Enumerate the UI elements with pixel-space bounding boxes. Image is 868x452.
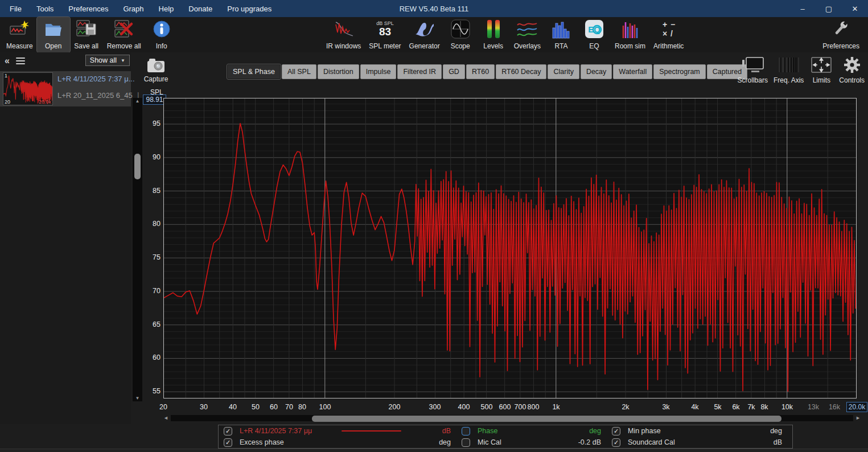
x-tick-80: 80 xyxy=(298,403,306,411)
controls-button[interactable]: Controls xyxy=(836,55,867,84)
x-tick-16k: 16k xyxy=(829,403,840,411)
scope-icon xyxy=(450,19,471,39)
spl-meter-readout: dB SPL83 xyxy=(376,19,394,39)
menu-item-graph[interactable]: Graph xyxy=(117,2,150,15)
x-tick-20: 20 xyxy=(159,403,167,411)
measurement-item-1[interactable]: L+R 4/11/2025 7:37 μ... xyxy=(57,75,142,83)
y-tick-55: 55 xyxy=(142,387,161,395)
mic-cal-checkbox[interactable] xyxy=(462,438,470,447)
tab-clarity[interactable]: Clarity xyxy=(548,64,579,79)
info-button[interactable]: Info xyxy=(145,17,178,52)
limits-icon xyxy=(811,55,832,75)
capture-button[interactable]: Capture xyxy=(138,55,174,85)
rta-button[interactable]: RTA xyxy=(545,17,578,52)
generator-icon xyxy=(413,19,436,39)
svg-text:6: 6 xyxy=(492,30,494,33)
y-axis-max-input[interactable]: 98.91 xyxy=(143,94,166,105)
hamburger-menu-icon[interactable] xyxy=(16,57,25,66)
generator-button[interactable]: Generator xyxy=(405,17,444,52)
preferences-button[interactable]: Preferences xyxy=(818,17,863,52)
horizontal-scrollbar[interactable]: ◄ ► xyxy=(163,414,861,422)
sidebar-controls: « Show all ▼ xyxy=(0,52,131,71)
y-tick-65: 65 xyxy=(142,320,161,328)
x-tick-60: 60 xyxy=(270,403,278,411)
vertical-scrollbar[interactable]: ▲ ▼ xyxy=(133,98,142,401)
show-all-dropdown[interactable]: Show all ▼ xyxy=(85,55,130,66)
ir-windows-button[interactable]: IR windows xyxy=(322,17,365,52)
tab-rt60-decay[interactable]: RT60 Decay xyxy=(496,64,546,79)
scrollbars-icon xyxy=(740,55,765,75)
maximize-button[interactable]: ▢ xyxy=(816,0,842,17)
menu-item-tools[interactable]: Tools xyxy=(30,2,60,15)
main-toolbar: Measure Open Save all Remove all Info IR… xyxy=(0,17,868,52)
camera-icon xyxy=(146,56,166,75)
tab-decay[interactable]: Decay xyxy=(581,64,612,79)
spl-meter-readout: dB SPL83 xyxy=(376,20,394,38)
menu-item-help[interactable]: Help xyxy=(153,2,180,15)
room-sim-button[interactable]: Room sim xyxy=(611,17,649,52)
tab-impulse[interactable]: Impulse xyxy=(360,64,397,79)
svg-text:1: 1 xyxy=(492,26,494,28)
freq-axis-label: Freq. Axis xyxy=(774,76,804,84)
x-tick-8k: 8k xyxy=(760,403,768,411)
limits-label: Limits xyxy=(813,76,830,84)
measurement-thumbnail[interactable]: 1 20 20.0k xyxy=(3,72,53,105)
x-tick-600: 600 xyxy=(499,403,511,411)
freq-axis-button[interactable]: Freq. Axis xyxy=(771,55,807,84)
minimize-button[interactable]: – xyxy=(789,0,816,17)
menu-item-file[interactable]: File xyxy=(3,2,28,15)
save-all-button[interactable]: Save all xyxy=(70,17,103,52)
tab-gd[interactable]: GD xyxy=(443,64,465,79)
open-button[interactable]: Open xyxy=(37,17,70,52)
scroll-up-arrow-icon[interactable]: ▲ xyxy=(133,98,142,104)
x-tick-50: 50 xyxy=(252,403,260,411)
measure-icon xyxy=(9,19,30,39)
excess-phase-checkbox[interactable]: ✓ xyxy=(224,438,232,447)
spl-meter-button[interactable]: dB SPL83SPL meter xyxy=(365,17,405,52)
tab-filtered-ir[interactable]: Filtered IR xyxy=(397,64,442,79)
rta-icon xyxy=(552,19,571,39)
scroll-down-arrow-icon[interactable]: ▼ xyxy=(133,396,142,401)
arithmetic-button[interactable]: +− ×/Arithmetic xyxy=(649,17,688,52)
menu-item-preferences[interactable]: Preferences xyxy=(62,2,114,15)
scroll-right-arrow-icon[interactable]: ► xyxy=(855,414,861,422)
mic-cal-label: Mic Cal xyxy=(474,438,543,446)
tab-rt60[interactable]: RT60 xyxy=(466,64,495,79)
spl-meter-value: 83 xyxy=(376,26,394,38)
tab-all-spl[interactable]: All SPL xyxy=(282,64,316,79)
limits-button[interactable]: Limits xyxy=(807,55,836,84)
remove-all-label: Remove all xyxy=(107,42,141,51)
x-axis-max-input[interactable]: 20.0k xyxy=(846,402,867,412)
measure-button[interactable]: Measure xyxy=(2,17,37,52)
vertical-scrollbar-thumb[interactable] xyxy=(134,154,141,179)
tab-spectrogram[interactable]: Spectrogram xyxy=(653,64,706,79)
min-phase-unit: deg xyxy=(708,427,788,435)
tab-distortion[interactable]: Distortion xyxy=(318,64,359,79)
scope-button[interactable]: Scope xyxy=(444,17,477,52)
menu-item-pro-upgrades[interactable]: Pro upgrades xyxy=(221,2,278,15)
horizontal-scrollbar-track[interactable] xyxy=(171,415,853,421)
overlays-button[interactable]: Overlays xyxy=(510,17,545,52)
levels-button[interactable]: 0169Levels xyxy=(477,17,510,52)
tab-spl-phase[interactable]: SPL & Phase xyxy=(227,64,281,79)
horizontal-scrollbar-thumb[interactable] xyxy=(312,416,781,422)
tab-waterfall[interactable]: Waterfall xyxy=(613,64,652,79)
phase-checkbox[interactable] xyxy=(462,427,470,435)
gear-icon xyxy=(843,55,861,75)
menu-item-donate[interactable]: Donate xyxy=(182,2,219,15)
l-r-4-11-2025-7-37-checkbox[interactable]: ✓ xyxy=(224,427,232,435)
scroll-left-arrow-icon[interactable]: ◄ xyxy=(163,414,168,422)
eq-button[interactable]: EQ EQ xyxy=(578,17,611,52)
close-button[interactable]: ✕ xyxy=(842,0,868,17)
generator-label: Generator xyxy=(409,42,440,51)
scrollbars-button[interactable]: Scrollbars xyxy=(735,55,771,84)
soundcard-cal-checkbox[interactable]: ✓ xyxy=(612,438,620,447)
y-tick-70: 70 xyxy=(142,287,161,295)
ir-windows-label: IR windows xyxy=(326,42,361,51)
x-tick-6k: 6k xyxy=(732,403,739,411)
measurement-item-2[interactable]: L+R 20_11_2025 6_45 ｜ xyxy=(57,91,142,104)
y-tick-90: 90 xyxy=(142,153,161,161)
collapse-sidebar-button[interactable]: « xyxy=(2,55,12,67)
min-phase-checkbox[interactable]: ✓ xyxy=(612,427,620,435)
remove-all-button[interactable]: Remove all xyxy=(103,17,145,52)
